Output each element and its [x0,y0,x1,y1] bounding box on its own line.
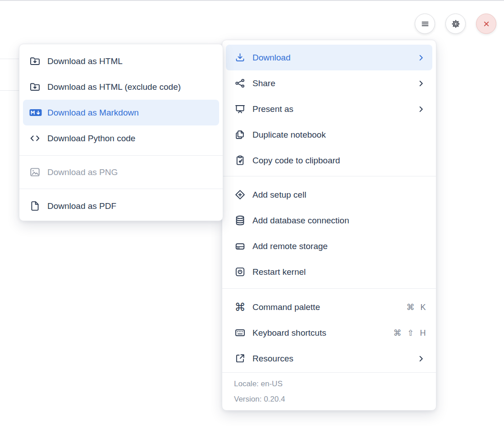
menu-item-label: Add database connection [252,216,349,226]
duplicate-icon [234,129,246,141]
menu-item-label: Duplicate notebook [252,130,326,140]
presentation-icon [234,103,246,115]
menu-item-label: Share [252,79,275,88]
menu-item-label: Copy code to clipboard [252,156,340,166]
menu-item-share[interactable]: Share [226,70,432,96]
markdown-icon [29,106,42,119]
locale-text: Locale: en-US [234,376,424,392]
command-icon: ⌘ [234,301,246,313]
menu-item-add-remote-storage[interactable]: Add remote storage [226,233,432,259]
shortcut-hint: ⌘ ⇧ H [393,328,426,338]
settings-button[interactable] [445,14,466,34]
file-icon [29,200,41,212]
menu-item-label: Resources [252,354,293,364]
menu-button[interactable] [415,14,435,34]
main-menu: Download Share Present as Duplicate note… [222,40,436,411]
menu-item-label: Download Python code [47,134,135,143]
code-icon [29,132,41,144]
menu-item-duplicate-notebook[interactable]: Duplicate notebook [226,122,432,148]
chevron-right-icon [416,104,426,114]
chevron-right-icon [416,53,426,63]
menu-item-label: Download as HTML [47,56,123,66]
close-icon [481,18,492,29]
menu-item-label: Present as [252,104,293,114]
menu-item-label: Download [252,53,291,63]
menu-item-add-setup-cell[interactable]: Add setup cell [226,182,432,208]
diamond-plus-icon [234,189,246,201]
database-icon [234,214,246,227]
gear-icon [450,18,461,29]
menu-item-present-as[interactable]: Present as [226,96,432,122]
menu-item-download-as-png: Download as PNG [23,159,219,185]
download-icon [234,51,246,64]
chevron-right-icon [416,79,426,88]
external-link-icon [234,352,246,365]
menu-item-command-palette[interactable]: ⌘ Command palette ⌘ K [226,294,432,320]
hamburger-icon [420,18,431,29]
close-button[interactable] [476,14,496,34]
storage-drive-icon [234,240,246,252]
menu-item-label: Add setup cell [252,190,306,200]
menu-item-resources[interactable]: Resources [226,346,432,371]
menu-item-download-as-html-exclude-code[interactable]: Download as HTML (exclude code) [23,74,219,100]
page-top-border [0,0,504,1]
version-text: Version: 0.20.4 [234,392,424,407]
menu-item-label: Restart kernel [252,267,306,277]
image-icon [29,166,41,178]
menu-item-download-python-code[interactable]: Download Python code [23,125,219,151]
menu-item-label: Download as PDF [47,201,116,211]
menu-footer: Locale: en-US Version: 0.20.4 [222,373,436,407]
share-icon [234,77,246,89]
menu-item-download-as-pdf[interactable]: Download as PDF [23,193,219,219]
menu-item-label: Command palette [252,302,320,312]
folder-download-icon [29,55,41,67]
power-icon [234,266,246,278]
menu-item-label: Add remote storage [252,241,328,251]
background-rule-1 [0,59,21,59]
folder-download-icon [29,81,41,93]
menu-item-restart-kernel[interactable]: Restart kernel [226,259,432,285]
chevron-right-icon [416,354,426,364]
download-submenu: Download as HTML Download as HTML (exclu… [19,44,223,221]
background-rule-2 [0,90,21,91]
menu-item-label: Download as HTML (exclude code) [47,82,181,92]
keyboard-icon [234,327,246,339]
menu-item-label: Download as PNG [47,167,118,177]
menu-item-keyboard-shortcuts[interactable]: Keyboard shortcuts ⌘ ⇧ H [226,320,432,346]
clipboard-copy-icon [234,154,246,166]
menu-item-download[interactable]: Download [226,45,432,70]
shortcut-hint: ⌘ K [406,302,426,312]
menu-item-copy-code-to-clipboard[interactable]: Copy code to clipboard [226,148,432,173]
menu-item-add-database-connection[interactable]: Add database connection [226,208,432,233]
menu-item-download-as-html[interactable]: Download as HTML [23,48,219,74]
menu-item-label: Download as Markdown [47,108,139,118]
menu-item-label: Keyboard shortcuts [252,328,326,338]
menu-item-download-as-markdown[interactable]: Download as Markdown [23,100,219,125]
